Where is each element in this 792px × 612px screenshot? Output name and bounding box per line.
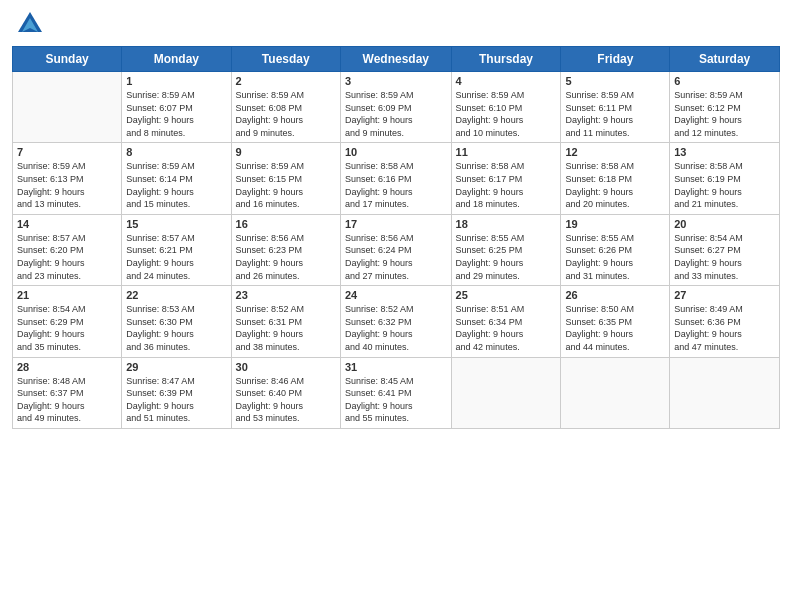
day-number: 19 [565, 218, 665, 230]
calendar-day-cell [13, 72, 122, 143]
calendar-day-cell: 20Sunrise: 8:54 AMSunset: 6:27 PMDayligh… [670, 214, 780, 285]
calendar-day-cell: 15Sunrise: 8:57 AMSunset: 6:21 PMDayligh… [122, 214, 231, 285]
calendar-table: SundayMondayTuesdayWednesdayThursdayFrid… [12, 46, 780, 429]
day-info: Sunrise: 8:55 AMSunset: 6:25 PMDaylight:… [456, 232, 557, 282]
calendar-day-cell: 17Sunrise: 8:56 AMSunset: 6:24 PMDayligh… [341, 214, 452, 285]
calendar-day-cell: 22Sunrise: 8:53 AMSunset: 6:30 PMDayligh… [122, 286, 231, 357]
calendar-day-cell: 16Sunrise: 8:56 AMSunset: 6:23 PMDayligh… [231, 214, 340, 285]
calendar-week-3: 14Sunrise: 8:57 AMSunset: 6:20 PMDayligh… [13, 214, 780, 285]
day-info: Sunrise: 8:49 AMSunset: 6:36 PMDaylight:… [674, 303, 775, 353]
day-number: 16 [236, 218, 336, 230]
weekday-header-row: SundayMondayTuesdayWednesdayThursdayFrid… [13, 47, 780, 72]
calendar-day-cell: 30Sunrise: 8:46 AMSunset: 6:40 PMDayligh… [231, 357, 340, 428]
day-info: Sunrise: 8:59 AMSunset: 6:07 PMDaylight:… [126, 89, 226, 139]
day-number: 13 [674, 146, 775, 158]
day-info: Sunrise: 8:53 AMSunset: 6:30 PMDaylight:… [126, 303, 226, 353]
day-number: 9 [236, 146, 336, 158]
day-info: Sunrise: 8:52 AMSunset: 6:32 PMDaylight:… [345, 303, 447, 353]
calendar-day-cell [670, 357, 780, 428]
calendar-day-cell: 28Sunrise: 8:48 AMSunset: 6:37 PMDayligh… [13, 357, 122, 428]
day-number: 17 [345, 218, 447, 230]
day-info: Sunrise: 8:57 AMSunset: 6:21 PMDaylight:… [126, 232, 226, 282]
day-info: Sunrise: 8:58 AMSunset: 6:17 PMDaylight:… [456, 160, 557, 210]
calendar-day-cell: 7Sunrise: 8:59 AMSunset: 6:13 PMDaylight… [13, 143, 122, 214]
day-number: 25 [456, 289, 557, 301]
day-info: Sunrise: 8:58 AMSunset: 6:16 PMDaylight:… [345, 160, 447, 210]
day-info: Sunrise: 8:58 AMSunset: 6:19 PMDaylight:… [674, 160, 775, 210]
calendar-day-cell: 26Sunrise: 8:50 AMSunset: 6:35 PMDayligh… [561, 286, 670, 357]
calendar-day-cell: 13Sunrise: 8:58 AMSunset: 6:19 PMDayligh… [670, 143, 780, 214]
day-info: Sunrise: 8:59 AMSunset: 6:09 PMDaylight:… [345, 89, 447, 139]
day-number: 20 [674, 218, 775, 230]
weekday-header-thursday: Thursday [451, 47, 561, 72]
day-number: 1 [126, 75, 226, 87]
calendar-day-cell: 18Sunrise: 8:55 AMSunset: 6:25 PMDayligh… [451, 214, 561, 285]
day-info: Sunrise: 8:57 AMSunset: 6:20 PMDaylight:… [17, 232, 117, 282]
weekday-header-wednesday: Wednesday [341, 47, 452, 72]
calendar-day-cell: 25Sunrise: 8:51 AMSunset: 6:34 PMDayligh… [451, 286, 561, 357]
day-info: Sunrise: 8:46 AMSunset: 6:40 PMDaylight:… [236, 375, 336, 425]
logo [12, 10, 44, 38]
calendar-day-cell: 19Sunrise: 8:55 AMSunset: 6:26 PMDayligh… [561, 214, 670, 285]
day-number: 3 [345, 75, 447, 87]
day-number: 22 [126, 289, 226, 301]
calendar-week-2: 7Sunrise: 8:59 AMSunset: 6:13 PMDaylight… [13, 143, 780, 214]
day-number: 5 [565, 75, 665, 87]
calendar-day-cell: 4Sunrise: 8:59 AMSunset: 6:10 PMDaylight… [451, 72, 561, 143]
logo-icon [16, 10, 44, 38]
day-number: 28 [17, 361, 117, 373]
day-info: Sunrise: 8:54 AMSunset: 6:27 PMDaylight:… [674, 232, 775, 282]
day-number: 27 [674, 289, 775, 301]
day-number: 12 [565, 146, 665, 158]
calendar-week-1: 1Sunrise: 8:59 AMSunset: 6:07 PMDaylight… [13, 72, 780, 143]
calendar-day-cell: 11Sunrise: 8:58 AMSunset: 6:17 PMDayligh… [451, 143, 561, 214]
day-number: 7 [17, 146, 117, 158]
day-info: Sunrise: 8:54 AMSunset: 6:29 PMDaylight:… [17, 303, 117, 353]
calendar-day-cell: 10Sunrise: 8:58 AMSunset: 6:16 PMDayligh… [341, 143, 452, 214]
day-info: Sunrise: 8:45 AMSunset: 6:41 PMDaylight:… [345, 375, 447, 425]
day-number: 11 [456, 146, 557, 158]
day-info: Sunrise: 8:59 AMSunset: 6:15 PMDaylight:… [236, 160, 336, 210]
calendar-day-cell: 23Sunrise: 8:52 AMSunset: 6:31 PMDayligh… [231, 286, 340, 357]
day-info: Sunrise: 8:47 AMSunset: 6:39 PMDaylight:… [126, 375, 226, 425]
day-info: Sunrise: 8:55 AMSunset: 6:26 PMDaylight:… [565, 232, 665, 282]
day-number: 23 [236, 289, 336, 301]
day-number: 8 [126, 146, 226, 158]
header [12, 10, 780, 38]
day-number: 10 [345, 146, 447, 158]
day-info: Sunrise: 8:50 AMSunset: 6:35 PMDaylight:… [565, 303, 665, 353]
calendar-day-cell: 24Sunrise: 8:52 AMSunset: 6:32 PMDayligh… [341, 286, 452, 357]
day-number: 4 [456, 75, 557, 87]
weekday-header-tuesday: Tuesday [231, 47, 340, 72]
day-info: Sunrise: 8:59 AMSunset: 6:10 PMDaylight:… [456, 89, 557, 139]
calendar-day-cell: 14Sunrise: 8:57 AMSunset: 6:20 PMDayligh… [13, 214, 122, 285]
calendar-day-cell: 31Sunrise: 8:45 AMSunset: 6:41 PMDayligh… [341, 357, 452, 428]
day-number: 6 [674, 75, 775, 87]
day-info: Sunrise: 8:48 AMSunset: 6:37 PMDaylight:… [17, 375, 117, 425]
day-info: Sunrise: 8:59 AMSunset: 6:13 PMDaylight:… [17, 160, 117, 210]
day-number: 24 [345, 289, 447, 301]
day-info: Sunrise: 8:59 AMSunset: 6:14 PMDaylight:… [126, 160, 226, 210]
page-container: SundayMondayTuesdayWednesdayThursdayFrid… [0, 0, 792, 612]
weekday-header-friday: Friday [561, 47, 670, 72]
calendar-week-4: 21Sunrise: 8:54 AMSunset: 6:29 PMDayligh… [13, 286, 780, 357]
calendar-day-cell: 8Sunrise: 8:59 AMSunset: 6:14 PMDaylight… [122, 143, 231, 214]
weekday-header-sunday: Sunday [13, 47, 122, 72]
calendar-week-5: 28Sunrise: 8:48 AMSunset: 6:37 PMDayligh… [13, 357, 780, 428]
day-info: Sunrise: 8:56 AMSunset: 6:23 PMDaylight:… [236, 232, 336, 282]
day-number: 31 [345, 361, 447, 373]
day-number: 26 [565, 289, 665, 301]
calendar-day-cell: 3Sunrise: 8:59 AMSunset: 6:09 PMDaylight… [341, 72, 452, 143]
calendar-day-cell: 27Sunrise: 8:49 AMSunset: 6:36 PMDayligh… [670, 286, 780, 357]
calendar-day-cell [561, 357, 670, 428]
day-info: Sunrise: 8:58 AMSunset: 6:18 PMDaylight:… [565, 160, 665, 210]
calendar-day-cell: 2Sunrise: 8:59 AMSunset: 6:08 PMDaylight… [231, 72, 340, 143]
day-number: 18 [456, 218, 557, 230]
day-number: 30 [236, 361, 336, 373]
weekday-header-saturday: Saturday [670, 47, 780, 72]
day-info: Sunrise: 8:51 AMSunset: 6:34 PMDaylight:… [456, 303, 557, 353]
day-number: 14 [17, 218, 117, 230]
calendar-day-cell: 21Sunrise: 8:54 AMSunset: 6:29 PMDayligh… [13, 286, 122, 357]
day-number: 29 [126, 361, 226, 373]
calendar-day-cell: 29Sunrise: 8:47 AMSunset: 6:39 PMDayligh… [122, 357, 231, 428]
